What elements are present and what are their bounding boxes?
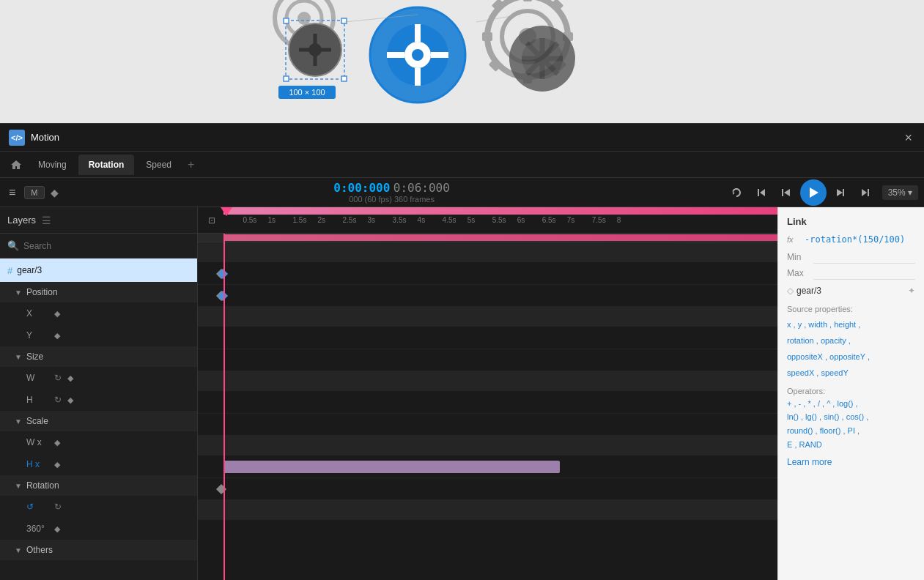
layer-item-gear3[interactable]: # gear/3 — [0, 259, 197, 282]
op-round[interactable]: round() — [787, 426, 813, 435]
op-pow[interactable]: ^ — [827, 399, 830, 408]
timeline-section-position — [198, 242, 777, 263]
op-log[interactable]: log() — [837, 399, 853, 408]
section-others[interactable]: ▼ Others — [0, 540, 197, 560]
source-x[interactable]: x — [787, 320, 791, 329]
prop-diamond-wx[interactable]: ◆ — [54, 438, 60, 447]
op-cos[interactable]: cos() — [846, 412, 864, 421]
min-label: Min — [787, 252, 809, 262]
prop-diamond-w[interactable]: ◆ — [67, 373, 73, 383]
layers-menu-icon[interactable]: ☰ — [42, 215, 51, 226]
playhead-line — [223, 234, 225, 580]
link-layer-name[interactable]: gear/3 — [797, 286, 905, 296]
op-pi[interactable]: PI — [848, 426, 855, 435]
ruler-marks: 0.5s 1s 1.5s 2s 2.5s 3s 3.5s 4s 4.5s 5s … — [223, 216, 777, 234]
source-oppy[interactable]: oppositeY — [829, 352, 865, 361]
svg-rect-5 — [482, 32, 492, 41]
op-plus[interactable]: + — [787, 399, 791, 408]
section-arrow-size: ▼ — [15, 353, 22, 361]
op-sin[interactable]: sin() — [824, 412, 839, 421]
skip-end-button[interactable] — [854, 182, 876, 204]
tabs-bar: Moving Rotation Speed + — [0, 152, 924, 178]
section-arrow-rotation: ▼ — [15, 482, 22, 490]
section-position[interactable]: ▼ Position — [0, 282, 197, 302]
timeline-ruler[interactable]: ⊡ 0.5s 1s 1.5s 2s 2.5s 3s 3.5s 4s — [198, 207, 777, 234]
timeline-row-y[interactable] — [198, 285, 777, 307]
timeline-row-rotation-bar[interactable] — [198, 456, 777, 478]
timeline-section-rotation — [198, 436, 777, 456]
prop-row-rot2: 360° ◆ — [0, 518, 197, 540]
fx-value[interactable]: -rotation*(150/100) — [805, 234, 905, 245]
main-content: Layers ☰ 🔍 # gear/3 ▼ Position X — [0, 207, 924, 580]
timeline-row-360[interactable] — [198, 478, 777, 500]
rotation-animation-bar — [223, 461, 560, 473]
prop-loop-icon-h[interactable]: ↻ — [54, 395, 62, 405]
timeline-row-hx[interactable] — [198, 414, 777, 436]
section-scale[interactable]: ▼ Scale — [0, 411, 197, 431]
prop-row-x: X ◆ — [0, 302, 197, 324]
skip-start-button[interactable] — [750, 182, 772, 204]
home-tab-button[interactable] — [6, 155, 26, 175]
op-e[interactable]: E — [787, 440, 792, 449]
step-back-button[interactable] — [775, 182, 797, 204]
timeline-tracks[interactable] — [198, 234, 777, 580]
prop-diamond-x[interactable]: ◆ — [54, 309, 60, 319]
op-div[interactable]: / — [818, 399, 820, 408]
prop-diamond-360[interactable]: ◆ — [54, 524, 60, 534]
op-lg[interactable]: lg() — [805, 412, 817, 421]
fit-button[interactable]: ⊡ — [201, 209, 223, 231]
search-input[interactable] — [23, 241, 190, 251]
timeline-row-h[interactable] — [198, 349, 777, 371]
loop-button[interactable] — [725, 182, 747, 204]
layer-star-icon[interactable]: ✦ — [908, 286, 915, 296]
operators-title: Operators: — [787, 387, 915, 395]
toolbar-m-badge[interactable]: M — [24, 186, 44, 199]
prop-diamond-h[interactable]: ◆ — [67, 395, 73, 405]
step-forward-button[interactable] — [829, 182, 851, 204]
source-links: x , y , width , height , rotation , opac… — [787, 316, 915, 381]
prop-diamond-y[interactable]: ◆ — [54, 331, 60, 341]
toolbar-keyframe-icon[interactable]: ◆ — [51, 187, 59, 198]
timeline-row-w[interactable] — [198, 327, 777, 349]
learn-more-link[interactable]: Learn more — [787, 457, 915, 467]
section-size[interactable]: ▼ Size — [0, 346, 197, 367]
playback-controls — [725, 179, 876, 206]
section-rotation[interactable]: ▼ Rotation — [0, 475, 197, 496]
time-current: 0:00:000 — [333, 181, 390, 195]
timeline-row-x[interactable] — [198, 263, 777, 285]
tab-rotation[interactable]: Rotation — [78, 155, 135, 175]
tab-moving[interactable]: Moving — [28, 155, 77, 175]
source-opacity[interactable]: opacity — [821, 336, 846, 345]
timeline-range-bar — [223, 234, 777, 241]
toolbar: ≡ M ◆ 0:00:000 0:06:000 000 (60 fps) 360… — [0, 178, 924, 207]
source-rotation[interactable]: rotation — [787, 336, 814, 345]
source-width[interactable]: width — [808, 320, 827, 329]
zoom-control[interactable]: 35% ▾ — [882, 185, 918, 200]
source-speedx[interactable]: speedX — [787, 368, 814, 377]
op-ln[interactable]: ln() — [787, 412, 799, 421]
prop-loop-icon-rot[interactable]: ↻ — [54, 502, 62, 512]
max-input[interactable] — [813, 267, 915, 280]
layer-name: gear/3 — [17, 265, 42, 275]
toolbar-menu-icon[interactable]: ≡ — [6, 183, 18, 202]
svg-rect-32 — [341, 76, 347, 81]
source-height[interactable]: height — [834, 320, 856, 329]
prop-loop-icon-w[interactable]: ↻ — [54, 373, 62, 383]
source-y[interactable]: y — [798, 320, 802, 329]
source-oppx[interactable]: oppositeX — [787, 352, 823, 361]
motion-panel: </> Motion × Moving Rotation Speed + ≡ M… — [0, 123, 924, 580]
op-minus[interactable]: - — [799, 399, 802, 408]
source-speedy[interactable]: speedY — [821, 368, 848, 377]
add-tab-button[interactable]: + — [183, 158, 199, 171]
timeline-row-wx[interactable] — [198, 392, 777, 414]
play-button[interactable] — [800, 179, 827, 206]
section-arrow-scale: ▼ — [15, 417, 22, 425]
close-button[interactable]: × — [901, 131, 915, 144]
op-floor[interactable]: floor() — [820, 426, 841, 435]
op-rand[interactable]: RAND — [799, 440, 822, 449]
size-label: 100 × 100 — [289, 88, 325, 97]
prop-diamond-hx[interactable]: ◆ — [54, 460, 60, 469]
min-input[interactable] — [813, 250, 915, 264]
op-mult[interactable]: * — [807, 399, 810, 408]
tab-speed[interactable]: Speed — [136, 155, 182, 175]
